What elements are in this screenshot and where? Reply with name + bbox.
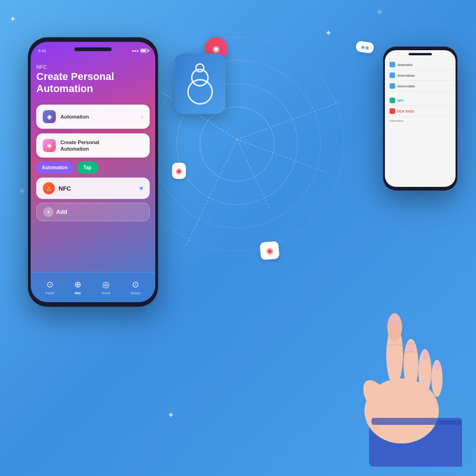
automation-icon: ◆ <box>43 110 56 123</box>
add-label: Add <box>56 209 67 215</box>
nav-item-notus[interactable]: ⊙ Notus <box>131 279 140 295</box>
add-icon: + <box>43 207 53 217</box>
sec-icon-3 <box>390 83 395 89</box>
sec-list-item-nfc[interactable]: NFC <box>388 95 453 106</box>
notus-label: Notus <box>131 291 140 295</box>
nav-item-numi[interactable]: ◎ Numi <box>102 279 111 295</box>
nav-item-no[interactable]: ⊕ INo <box>74 279 81 295</box>
sec-nfc-badge: NFC <box>397 99 404 102</box>
sec-icon-1 <box>390 62 395 67</box>
status-icons: ●●● <box>132 49 148 53</box>
star-decoration-5: ✧ <box>19 186 26 196</box>
automation-arrow-icon: › <box>141 113 143 120</box>
hand-illustration <box>276 271 462 467</box>
automation-button[interactable]: Automation <box>36 161 73 174</box>
nfc-button[interactable] <box>174 53 225 114</box>
svg-point-19 <box>407 342 415 352</box>
status-bar: 9:41 ●●● <box>38 48 148 53</box>
feed-icon: ⊙ <box>46 279 53 290</box>
phone-nfc-label: NFC <box>36 64 150 70</box>
phone-main: 9:41 ●●● NFC Create Personal Automation <box>28 37 158 307</box>
svg-rect-22 <box>371 418 462 425</box>
no-icon: ⊕ <box>74 279 81 290</box>
personal-label: Create PersonalAutomation <box>60 139 143 152</box>
battery-icon <box>140 49 148 53</box>
tap-button[interactable]: Tap <box>77 161 98 174</box>
nfc-waves-icon <box>187 63 213 105</box>
feed-label: Feed <box>46 291 54 295</box>
sec-list-item-3[interactable]: Automostalla › <box>388 81 453 92</box>
svg-point-20 <box>421 350 429 360</box>
svg-point-21 <box>434 361 440 370</box>
menu-items-list: ◆ Automation › ◉ Create PersonalAutomati… <box>36 105 150 158</box>
sec-text-1: Automation <box>397 63 413 66</box>
add-button[interactable]: + Add <box>36 203 150 221</box>
floating-wifi-card-bottom: ◉ <box>260 242 279 259</box>
action-buttons-row: Automation Tap <box>36 161 150 174</box>
phone-title: Create Personal Automation <box>36 71 150 95</box>
notus-icon: ⊙ <box>132 279 139 290</box>
secondary-phone-body: Automation › Automatesta › Automostalla … <box>383 46 457 191</box>
sec-icon-dca <box>390 108 395 114</box>
sec-arrow-2: › <box>450 74 451 77</box>
signal-icon: ●●● <box>132 49 139 53</box>
star-decoration-3: ✧ <box>376 7 383 17</box>
menu-item-personal[interactable]: ◉ Create PersonalAutomation <box>36 133 150 158</box>
phone-content: NFC Create Personal Automation ◆ Automat… <box>31 60 155 302</box>
nav-item-feed[interactable]: ⊙ Feed <box>46 279 54 295</box>
status-time: 9:41 <box>38 48 46 53</box>
divider <box>388 92 453 95</box>
star-decoration-4: ✦ <box>167 410 174 420</box>
phone-secondary: Automation › Automatesta › Automostalla … <box>383 46 457 191</box>
sec-list-item-2[interactable]: Automatesta › <box>388 70 453 81</box>
sec-icon-nfc <box>390 98 395 103</box>
nfc-list-item[interactable]: △ NFC ♥ <box>36 178 150 199</box>
nfc-item-icon: △ <box>43 182 55 194</box>
numi-icon: ◎ <box>102 279 110 290</box>
star-decoration-2: ✦ <box>325 28 332 38</box>
nfc-check-icon: ♥ <box>139 185 143 192</box>
automation-label: Automation <box>60 113 137 120</box>
sec-list-item-dca[interactable]: DCA TAGS <box>388 106 453 117</box>
personal-icon: ◉ <box>43 139 56 152</box>
secondary-screen-content: Automation › Automatesta › Automostalla … <box>385 50 456 125</box>
sec-icon-2 <box>390 73 395 78</box>
no-label: INo <box>75 291 81 295</box>
secondary-notch <box>409 53 432 55</box>
sec-text-2: Automatesta <box>397 74 415 77</box>
nfc-tap-area[interactable] <box>153 37 246 130</box>
phone-body: 9:41 ●●● NFC Create Personal Automation <box>28 37 158 307</box>
secondary-phone-screen: Automation › Automatesta › Automostalla … <box>385 50 456 187</box>
sec-arrow-1: › <box>450 63 451 66</box>
bottom-nav: ⊙ Feed ⊕ INo ◎ Numi ⊙ Notus <box>31 272 155 302</box>
star-decoration-1: ✦ <box>9 14 16 24</box>
sec-list-item-1[interactable]: Automation › <box>388 60 453 70</box>
sec-dca-badge: DCA TAGS <box>397 110 414 113</box>
menu-item-automation[interactable]: ◆ Automation › <box>36 105 150 129</box>
sec-footer: Automation <box>388 117 453 122</box>
phone-screen: 9:41 ●●● NFC Create Personal Automation <box>31 42 155 302</box>
nfc-item-label: NFC <box>59 185 71 192</box>
svg-point-18 <box>390 315 399 326</box>
floating-wifi-pink: ◉ <box>172 163 186 179</box>
numi-label: Numi <box>102 291 111 295</box>
sec-arrow-3: › <box>450 85 451 88</box>
sec-text-3: Automostalla <box>397 85 415 88</box>
phone-header: NFC Create Personal Automation <box>36 60 150 101</box>
